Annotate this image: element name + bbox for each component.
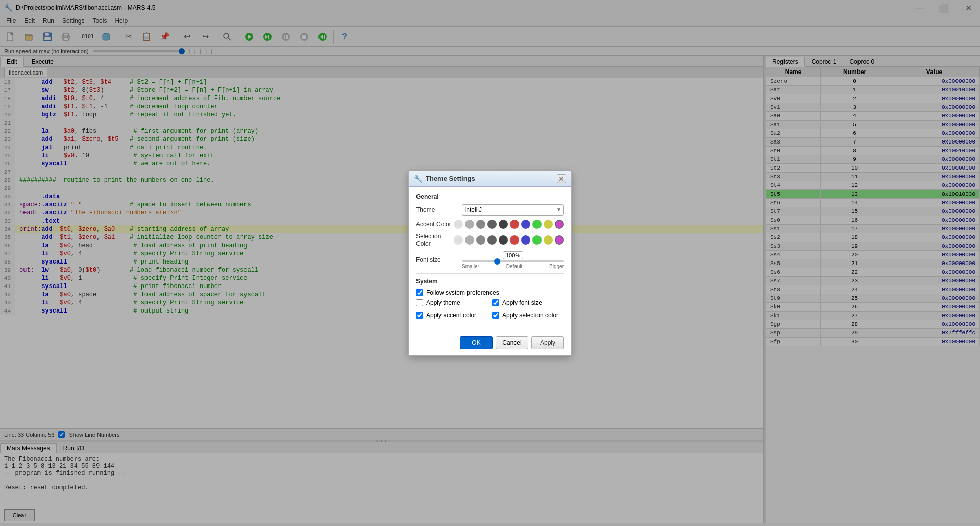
selection-swatch-3[interactable] [487,235,497,245]
apply-font-size-row: Apply font size [492,299,564,306]
accent-swatch-5[interactable] [510,220,519,229]
apply-selection-checkbox[interactable] [492,312,499,319]
selection-swatch-4[interactable] [499,235,508,245]
dialog-footer: OK Cancel Apply [409,332,571,355]
font-size-row: Font size 100% Smaller Default Bigger [416,251,564,269]
apply-font-size-checkbox[interactable] [492,299,499,306]
theme-settings-dialog: 🔧 Theme Settings ✕ General Theme Intelli… [408,171,572,356]
apply-accent-checkbox[interactable] [416,312,423,319]
apply-accent-label: Apply accent color [426,312,476,319]
selection-swatch-0[interactable] [454,235,463,245]
accent-swatch-1[interactable] [465,220,474,229]
accent-swatch-9[interactable] [555,220,564,229]
accent-swatch-0[interactable] [454,220,463,229]
accent-swatch-2[interactable] [476,220,485,229]
theme-row: Theme IntelliJ ▼ [416,204,564,216]
dialog-title: Theme Settings [426,175,554,182]
accent-swatch-6[interactable] [521,220,530,229]
dropdown-arrow-icon: ▼ [556,207,561,212]
apply-selection-row: Apply selection color [492,312,564,319]
selection-color-label: Selection Color [416,233,454,247]
selection-swatch-9[interactable] [555,235,564,245]
theme-value: IntelliJ [464,206,482,213]
selection-swatch-5[interactable] [510,235,519,245]
apply-font-size-label: Apply font size [502,299,542,306]
theme-select[interactable]: IntelliJ ▼ [462,204,564,216]
apply-theme-label: Apply theme [426,299,460,306]
selection-swatch-1[interactable] [465,235,474,245]
accent-swatch-4[interactable] [499,220,508,229]
font-bigger-label: Bigger [549,264,564,269]
follow-system-row: Follow system preferences [416,289,564,296]
theme-label: Theme [416,206,462,213]
apply-button[interactable]: Apply [531,336,564,349]
selection-swatch-7[interactable] [532,235,542,245]
accent-color-row: Accent Color [416,220,564,229]
follow-system-checkbox[interactable] [416,289,423,296]
section-general: General [416,193,564,200]
accent-color-swatches [454,220,564,229]
accent-swatch-7[interactable] [532,220,542,229]
font-default-label: Default [506,264,523,269]
modal-overlay: 🔧 Theme Settings ✕ General Theme Intelli… [0,0,980,526]
selection-color-row: Selection Color [416,233,564,247]
font-size-label: Font size [416,256,462,264]
section-system: System [416,278,564,285]
cancel-button[interactable]: Cancel [496,336,528,349]
accent-swatch-3[interactable] [487,220,497,229]
selection-swatch-6[interactable] [521,235,530,245]
font-smaller-label: Smaller [462,264,479,269]
apply-theme-row: Apply theme [416,299,488,306]
font-size-container: 100% Smaller Default Bigger [462,251,564,269]
dialog-header: 🔧 Theme Settings ✕ [409,171,571,187]
selection-swatch-8[interactable] [544,235,553,245]
section-divider [416,273,564,274]
font-labels: Smaller Default Bigger [462,264,564,269]
dialog-body: General Theme IntelliJ ▼ Accent Color Se… [409,187,571,332]
apply-selection-label: Apply selection color [502,312,558,319]
dialog-close-button[interactable]: ✕ [557,174,566,183]
selection-color-swatches [454,235,564,245]
follow-system-label: Follow system preferences [426,289,499,296]
settings-icon: 🔧 [414,175,423,183]
font-size-slider[interactable] [462,260,564,262]
apply-accent-row: Apply accent color [416,312,488,319]
selection-swatch-2[interactable] [476,235,485,245]
accent-swatch-8[interactable] [544,220,553,229]
accent-color-label: Accent Color [416,221,454,228]
checkbox-grid: Apply theme Apply font size Apply accent… [416,299,564,322]
apply-theme-checkbox[interactable] [416,299,423,306]
ok-button[interactable]: OK [460,336,493,349]
